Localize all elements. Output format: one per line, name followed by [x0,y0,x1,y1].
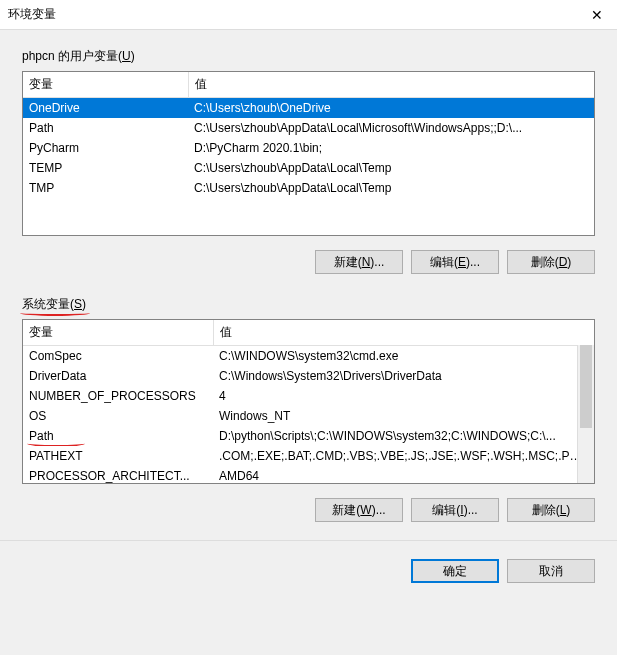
var-value-cell: AMD64 [213,466,594,484]
table-row[interactable]: NUMBER_OF_PROCESSORS4 [23,386,594,406]
sys-vars-table[interactable]: 变量 值 ComSpecC:\WINDOWS\system32\cmd.exeD… [22,319,595,484]
var-value-cell: C:\Users\zhoub\AppData\Local\Temp [188,178,594,198]
table-row[interactable]: PathD:\python\Scripts\;C:\WINDOWS\system… [23,426,594,446]
var-value-cell: C:\Users\zhoub\AppData\Local\Microsoft\W… [188,118,594,138]
sys-delete-button[interactable]: 删除(L) [507,498,595,522]
user-button-row: 新建(N)... 编辑(E)... 删除(D) [22,250,595,274]
window-title: 环境变量 [8,6,577,23]
var-name-cell: PATHEXT [23,446,213,466]
user-col-value[interactable]: 值 [188,72,594,98]
ok-button[interactable]: 确定 [411,559,499,583]
sys-col-variable[interactable]: 变量 [23,320,213,346]
var-value-cell: C:\Users\zhoub\OneDrive [188,98,594,119]
table-row[interactable]: OSWindows_NT [23,406,594,426]
user-new-button[interactable]: 新建(N)... [315,250,403,274]
dialog-content: phpcn 的用户变量(U) 变量 值 OneDriveC:\Users\zho… [0,30,617,540]
sys-new-button[interactable]: 新建(W)... [315,498,403,522]
var-value-cell: D:\python\Scripts\;C:\WINDOWS\system32;C… [213,426,594,446]
dialog-footer: 确定 取消 [0,540,617,583]
table-row[interactable]: DriverDataC:\Windows\System32\Drivers\Dr… [23,366,594,386]
table-row[interactable]: ComSpecC:\WINDOWS\system32\cmd.exe [23,346,594,367]
var-name-cell: ComSpec [23,346,213,367]
sys-edit-button[interactable]: 编辑(I)... [411,498,499,522]
var-value-cell: C:\Users\zhoub\AppData\Local\Temp [188,158,594,178]
var-value-cell: Windows_NT [213,406,594,426]
user-edit-button[interactable]: 编辑(E)... [411,250,499,274]
table-row[interactable]: PATHEXT.COM;.EXE;.BAT;.CMD;.VBS;.VBE;.JS… [23,446,594,466]
user-vars-label: phpcn 的用户变量(U) [22,48,135,65]
var-value-cell: .COM;.EXE;.BAT;.CMD;.VBS;.VBE;.JS;.JSE;.… [213,446,594,466]
var-value-cell: C:\WINDOWS\system32\cmd.exe [213,346,594,367]
var-name-cell: PyCharm [23,138,188,158]
var-name-cell: OS [23,406,213,426]
sys-vars-label: 系统变量(S) [22,296,86,313]
var-name-cell: DriverData [23,366,213,386]
var-name-cell: Path [23,118,188,138]
table-row[interactable]: OneDriveC:\Users\zhoub\OneDrive [23,98,594,119]
var-name-cell: TMP [23,178,188,198]
sys-button-row: 新建(W)... 编辑(I)... 删除(L) [22,498,595,522]
var-name-cell: NUMBER_OF_PROCESSORS [23,386,213,406]
table-row[interactable]: PyCharmD:\PyCharm 2020.1\bin; [23,138,594,158]
user-delete-button[interactable]: 删除(D) [507,250,595,274]
close-icon[interactable]: ✕ [577,0,617,30]
titlebar: 环境变量 ✕ [0,0,617,30]
var-value-cell: D:\PyCharm 2020.1\bin; [188,138,594,158]
sys-scrollbar[interactable] [577,345,594,483]
var-value-cell: 4 [213,386,594,406]
var-value-cell: C:\Windows\System32\Drivers\DriverData [213,366,594,386]
var-name-cell: TEMP [23,158,188,178]
var-name-cell: PROCESSOR_ARCHITECT... [23,466,213,484]
table-row[interactable]: TMPC:\Users\zhoub\AppData\Local\Temp [23,178,594,198]
table-row[interactable]: PathC:\Users\zhoub\AppData\Local\Microso… [23,118,594,138]
table-row[interactable]: TEMPC:\Users\zhoub\AppData\Local\Temp [23,158,594,178]
cancel-button[interactable]: 取消 [507,559,595,583]
user-col-variable[interactable]: 变量 [23,72,188,98]
table-row[interactable]: PROCESSOR_ARCHITECT...AMD64 [23,466,594,484]
var-name-cell: OneDrive [23,98,188,119]
var-name-cell: Path [23,426,213,446]
sys-col-value[interactable]: 值 [213,320,594,346]
user-vars-table[interactable]: 变量 值 OneDriveC:\Users\zhoub\OneDrivePath… [22,71,595,236]
scroll-thumb[interactable] [580,345,592,428]
